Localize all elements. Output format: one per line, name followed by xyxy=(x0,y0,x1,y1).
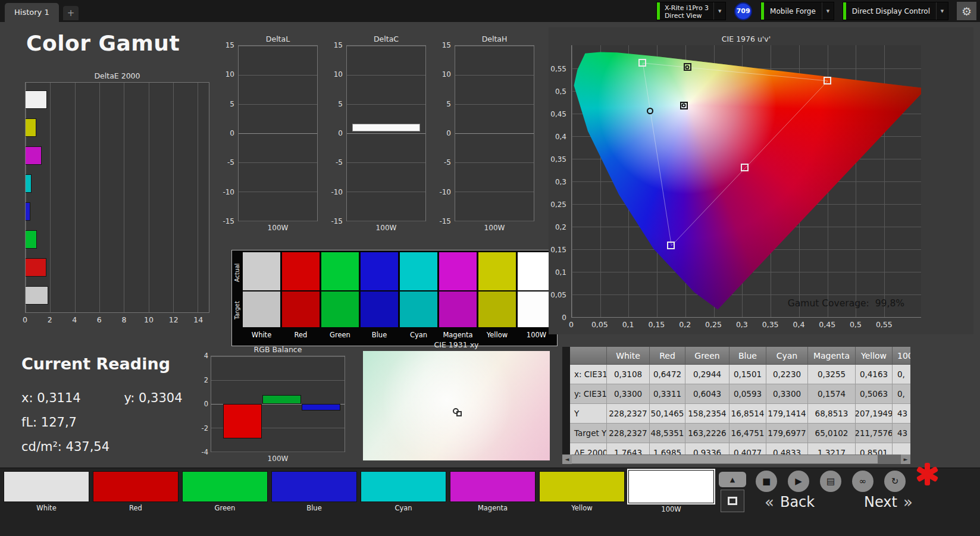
y-tick-label: 0 xyxy=(338,129,343,137)
back-button[interactable]: « Back xyxy=(765,493,815,511)
col-header-cyan: Cyan xyxy=(766,347,808,365)
x-tick-label: 0,35 xyxy=(762,320,779,329)
loop-button[interactable]: ↻ xyxy=(884,471,906,492)
y-tick-label: 10 xyxy=(226,70,234,79)
current-reading-title: Current Reading xyxy=(21,355,183,373)
chevron-down-icon: ▼ xyxy=(822,2,834,20)
y-tick-label: 0,45 xyxy=(550,110,566,118)
cell: 0,4077 xyxy=(729,443,766,454)
gridline xyxy=(239,46,317,46)
gridline xyxy=(455,46,534,46)
col-header-yellow: Yellow xyxy=(856,347,893,365)
pattern-green[interactable]: Green xyxy=(182,471,268,514)
x-tick-label: 0 xyxy=(23,315,27,324)
cell: 228,2327 xyxy=(607,424,650,443)
cell: 0,5063 xyxy=(856,384,893,404)
delta-bar xyxy=(352,124,420,131)
gridline xyxy=(239,104,317,105)
swatch-blue: Blue xyxy=(361,252,398,344)
row-gutter xyxy=(562,404,570,424)
play-button[interactable]: ▶ xyxy=(788,471,809,492)
pattern-cyan[interactable]: Cyan xyxy=(361,471,446,514)
scroll-right-button[interactable]: ► xyxy=(901,454,910,464)
cell: 1,3217 xyxy=(808,443,856,454)
pattern-yellow[interactable]: Yellow xyxy=(539,471,625,514)
cell: 0,3108 xyxy=(607,365,650,384)
row-label: x: CIE31 xyxy=(570,365,607,384)
reading-cd-label: cd/m²: xyxy=(21,440,62,454)
pattern-label: Magenta xyxy=(450,502,536,513)
collapse-panel-button[interactable]: ▲ xyxy=(719,472,746,487)
y-tick-label: -15 xyxy=(223,217,234,225)
report-button[interactable]: ▤ xyxy=(820,471,841,492)
table-hscrollbar[interactable]: ◄ ► xyxy=(562,454,910,464)
scroll-left-button[interactable]: ◄ xyxy=(562,454,572,464)
window-icon xyxy=(728,497,737,505)
next-chevron-icon: » xyxy=(903,493,913,511)
y-tick-label: 0,4 xyxy=(555,133,566,141)
add-tab-button[interactable]: + xyxy=(63,6,79,20)
gridline xyxy=(211,380,345,381)
history-tab[interactable]: History 1 xyxy=(5,3,59,22)
marker-blue-target xyxy=(667,242,675,249)
meter-select[interactable]: X-Rite i1Pro 3 Direct View ▼ xyxy=(656,2,726,20)
x-tick-label: 2 xyxy=(48,315,52,324)
row-gutter xyxy=(562,443,570,454)
stop-button[interactable]: ■ xyxy=(756,471,777,492)
cell: 179,1414 xyxy=(766,404,808,424)
rgb-x-label: 100W xyxy=(211,454,345,463)
cell: 0, xyxy=(893,384,910,404)
pattern-red[interactable]: Red xyxy=(93,471,179,514)
cie1976-title: CIE 1976 u'v' xyxy=(571,35,921,45)
row-label: Target Y xyxy=(570,424,607,443)
pattern-magenta[interactable]: Magenta xyxy=(450,471,536,514)
y-tick-label: 15 xyxy=(226,41,234,49)
chevron-down-icon: ▼ xyxy=(713,2,725,20)
reading-y-value: 0,3304 xyxy=(139,391,182,405)
gridline xyxy=(455,192,534,192)
y-tick-label: -5 xyxy=(444,158,451,167)
table-gutter xyxy=(562,347,570,365)
row-gutter xyxy=(562,365,570,384)
row-gutter xyxy=(562,384,570,404)
scrollbar-thumb[interactable] xyxy=(572,455,878,463)
deltae2000-title: DeltaE 2000 xyxy=(25,71,209,82)
x-tick-label: 10 xyxy=(144,315,154,324)
swatch-label: Green xyxy=(321,327,359,343)
pattern-100w[interactable]: 100W xyxy=(628,471,714,514)
reading-x-label: x: xyxy=(21,391,33,405)
cell: 0,6472 xyxy=(650,365,685,384)
cell: 43 xyxy=(893,424,910,443)
cell: 158,2354 xyxy=(685,404,729,424)
pattern-white[interactable]: White xyxy=(4,471,89,514)
y-tick-label: 0 xyxy=(230,129,234,137)
deltae-plot xyxy=(25,82,209,313)
swatch-actual xyxy=(282,252,320,290)
next-button[interactable]: Next » xyxy=(864,493,913,511)
continuous-button[interactable]: ∞ xyxy=(852,471,873,492)
cell: 1,7643 xyxy=(607,443,650,454)
scrollbar-track[interactable] xyxy=(572,454,901,464)
marker-inner xyxy=(682,104,686,108)
pattern-label: Red xyxy=(93,502,179,513)
x-tick-label: 8 xyxy=(121,315,126,324)
table-row: ΔE 20001,76431,69850,93360,40770,48331,3… xyxy=(562,443,910,454)
workflow-select[interactable]: Mobile Forge ▼ xyxy=(760,2,834,20)
colorspace-badge[interactable]: 709 xyxy=(734,2,752,20)
reading-x-value: 0,3114 xyxy=(37,391,80,405)
gridline xyxy=(239,75,317,76)
transport-controls: ■▶▤∞↻ xyxy=(756,471,906,492)
col-header-blue: Blue xyxy=(729,347,766,365)
pattern-label: Green xyxy=(182,502,268,513)
deltal-title: DeltaL xyxy=(238,35,318,45)
x-tick-label: 0 xyxy=(569,320,574,329)
cell: 16,8514 xyxy=(729,404,766,424)
pattern-window-button[interactable] xyxy=(721,490,744,512)
swatch-target xyxy=(282,291,320,327)
stop-icon: ■ xyxy=(762,477,771,486)
display-control-select[interactable]: Direct Display Control ▼ xyxy=(843,2,948,20)
marker-red-target xyxy=(824,77,831,84)
pattern-swatch xyxy=(450,471,536,502)
pattern-blue[interactable]: Blue xyxy=(271,471,357,514)
settings-gear-button[interactable]: ⚙ xyxy=(957,2,976,20)
